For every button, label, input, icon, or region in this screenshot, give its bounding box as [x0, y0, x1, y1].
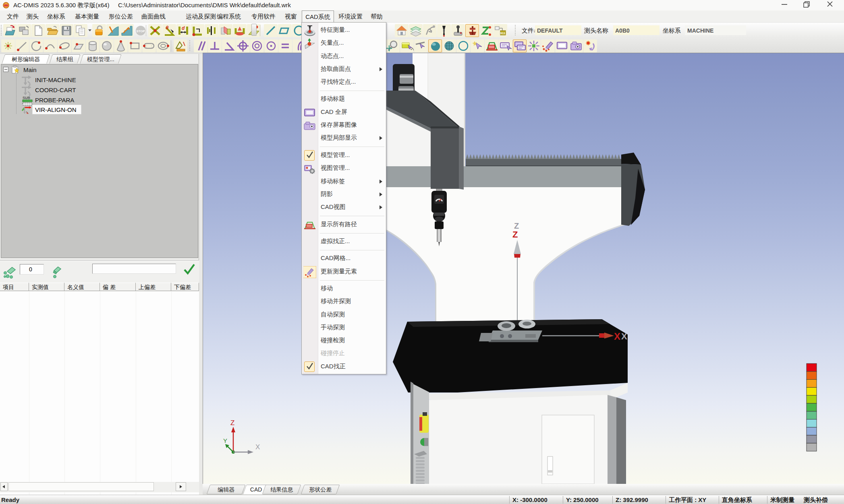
svg-text:911: 911	[500, 31, 506, 35]
svg-text:d: d	[182, 25, 185, 31]
svg-text:X: X	[255, 443, 260, 451]
svg-text:X: X	[614, 331, 620, 342]
svg-text:SUB: SUB	[23, 96, 31, 100]
svg-text:Z: Z	[230, 419, 234, 427]
svg-text:X: X	[621, 331, 627, 341]
svg-text:θ: θ	[166, 25, 168, 31]
svg-text:STOP: STOP	[136, 29, 145, 33]
svg-text:Z: Z	[512, 229, 518, 240]
svg-text:Z: Z	[514, 221, 519, 230]
svg-text:Y: Y	[223, 437, 227, 444]
